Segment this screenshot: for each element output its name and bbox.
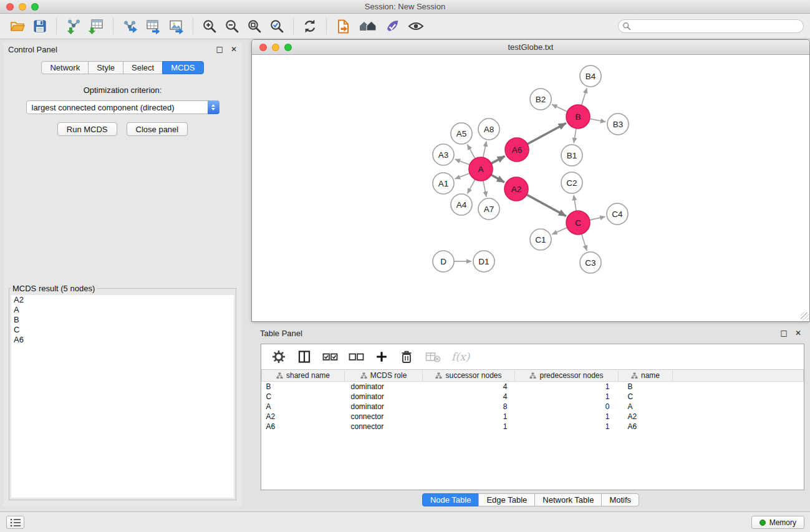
- float-panel-button[interactable]: □: [216, 46, 223, 53]
- graph-node-B3[interactable]: B3: [607, 114, 629, 135]
- graph-edge-C-C3[interactable]: [582, 234, 587, 251]
- deselect-all-rows-button[interactable]: [349, 349, 364, 364]
- table-cell[interactable]: A6: [619, 422, 673, 432]
- graph-node-B[interactable]: B: [566, 105, 590, 128]
- table-cell[interactable]: 8: [423, 402, 515, 412]
- table-cell[interactable]: 1: [515, 392, 619, 402]
- zoom-window-button[interactable]: [31, 3, 39, 11]
- graph-node-C3[interactable]: C3: [580, 252, 601, 273]
- home-network-button[interactable]: [358, 16, 378, 36]
- mcds-result-item[interactable]: A2: [11, 295, 234, 305]
- network-graph[interactable]: B4B2BB3A5A8A6A3B1AC2A1A2A4A7C4CC1C3DD1: [252, 55, 809, 321]
- table-cell[interactable]: A2: [619, 412, 673, 422]
- delete-column-button[interactable]: [399, 349, 414, 364]
- graph-node-C1[interactable]: C1: [530, 229, 551, 250]
- table-row[interactable]: Cdominator41C: [262, 392, 804, 402]
- minimize-network-window-button[interactable]: [272, 44, 279, 51]
- close-panel-button[interactable]: ✕: [231, 46, 237, 53]
- graph-node-A8[interactable]: A8: [478, 118, 499, 140]
- table-cell[interactable]: dominator: [345, 382, 423, 392]
- graph-node-A7[interactable]: A7: [478, 198, 499, 220]
- graph-node-A1[interactable]: A1: [433, 173, 454, 194]
- table-cell[interactable]: connector: [345, 412, 423, 422]
- mcds-result-item[interactable]: A6: [11, 335, 234, 345]
- graph-node-B2[interactable]: B2: [530, 89, 551, 110]
- graph-node-A[interactable]: A: [469, 157, 493, 181]
- graph-node-A5[interactable]: A5: [451, 123, 472, 144]
- table-cell[interactable]: 1: [423, 412, 515, 422]
- graph-edge-B-B3[interactable]: [590, 119, 606, 122]
- import-network-button[interactable]: [65, 16, 82, 36]
- mcds-result-item[interactable]: C: [11, 325, 234, 335]
- graph-node-A2[interactable]: A2: [504, 177, 528, 201]
- table-cell[interactable]: C: [262, 392, 345, 402]
- table-cell[interactable]: C: [619, 392, 673, 402]
- graph-node-C[interactable]: C: [566, 211, 590, 235]
- export-table-button[interactable]: [145, 16, 162, 36]
- close-mcds-panel-button[interactable]: Close panel: [127, 122, 188, 136]
- graph-edge-A-A2[interactable]: [491, 175, 504, 182]
- export-report-button[interactable]: [335, 16, 352, 36]
- mcds-result-item[interactable]: B: [11, 315, 234, 325]
- refresh-layout-button[interactable]: [302, 16, 318, 36]
- graph-node-C2[interactable]: C2: [561, 172, 582, 193]
- graph-edge-A-A6[interactable]: [491, 156, 505, 163]
- open-session-button[interactable]: [9, 16, 26, 36]
- table-cell[interactable]: 1: [515, 412, 619, 422]
- import-table-button[interactable]: [88, 16, 105, 36]
- network-canvas[interactable]: B4B2BB3A5A8A6A3B1AC2A1A2A4A7C4CC1C3DD1: [252, 55, 809, 321]
- graph-node-A6[interactable]: A6: [505, 138, 529, 162]
- tab-node-table[interactable]: Node Table: [422, 493, 480, 506]
- graph-node-A3[interactable]: A3: [433, 144, 454, 165]
- table-row[interactable]: Bdominator41B: [262, 382, 804, 392]
- graph-edge-B-B1[interactable]: [574, 128, 576, 143]
- table-cell[interactable]: 1: [515, 382, 619, 392]
- graph-edge-B-B4[interactable]: [582, 88, 587, 105]
- graph-edge-A6-B[interactable]: [528, 123, 566, 143]
- graph-edge-C-C1[interactable]: [552, 228, 567, 235]
- graph-edge-A-A5[interactable]: [468, 145, 475, 159]
- export-network-button[interactable]: [122, 16, 138, 36]
- memory-button[interactable]: Memory: [751, 516, 804, 529]
- graphics-details-button[interactable]: [407, 16, 425, 36]
- zoom-fit-button[interactable]: [246, 16, 263, 36]
- table-cell[interactable]: A: [619, 402, 673, 412]
- network-window-titlebar[interactable]: testGlobe.txt: [252, 40, 809, 55]
- table-cell[interactable]: dominator: [345, 402, 423, 412]
- graph-edge-C-C4[interactable]: [590, 216, 605, 220]
- search-input[interactable]: [618, 19, 804, 33]
- table-cell[interactable]: 0: [515, 402, 619, 412]
- create-column-button[interactable]: [375, 350, 388, 364]
- export-image-button[interactable]: [168, 16, 185, 36]
- column-header[interactable]: shared name: [262, 370, 345, 382]
- close-window-button[interactable]: [6, 3, 14, 11]
- table-cell[interactable]: connector: [345, 422, 423, 432]
- table-cell[interactable]: A2: [262, 412, 345, 422]
- tab-style[interactable]: Style: [88, 61, 123, 74]
- tab-network-table[interactable]: Network Table: [534, 493, 602, 506]
- tab-select[interactable]: Select: [123, 61, 163, 74]
- graph-node-B1[interactable]: B1: [561, 145, 582, 166]
- column-header[interactable]: MCDS role: [345, 370, 423, 382]
- mcds-result-item[interactable]: A: [11, 305, 234, 315]
- minimize-window-button[interactable]: [19, 3, 26, 11]
- graph-edge-A-A1[interactable]: [455, 173, 470, 179]
- graph-edge-A-A7[interactable]: [483, 181, 486, 197]
- graph-edge-A-A8[interactable]: [483, 142, 486, 158]
- zoom-selected-button[interactable]: [269, 16, 285, 36]
- zoom-out-button[interactable]: [224, 16, 240, 36]
- graph-edge-A-A3[interactable]: [455, 159, 470, 165]
- window-resize-grip[interactable]: [801, 312, 809, 321]
- criterion-select[interactable]: largest connected component (directed): [26, 100, 219, 114]
- column-header[interactable]: predecessor nodes: [515, 370, 619, 382]
- zoom-in-button[interactable]: [201, 16, 218, 36]
- tab-edge-table[interactable]: Edge Table: [478, 493, 535, 506]
- graph-node-A4[interactable]: A4: [451, 194, 472, 215]
- table-row[interactable]: A2connector11A2: [262, 412, 804, 422]
- graph-edge-C-C2[interactable]: [574, 195, 576, 211]
- table-cell[interactable]: A: [262, 402, 345, 412]
- column-header[interactable]: successor nodes: [423, 370, 515, 382]
- table-cell[interactable]: 1: [423, 422, 515, 432]
- run-mcds-button[interactable]: Run MCDS: [57, 122, 117, 136]
- graph-edge-B-B2[interactable]: [552, 104, 567, 112]
